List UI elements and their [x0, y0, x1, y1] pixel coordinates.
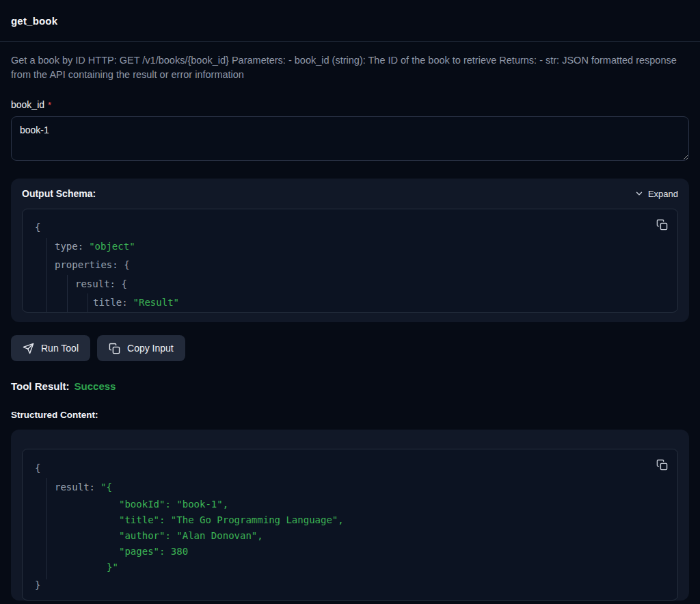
structured-code-block: { result:"{ "bookId": "book-1", "title":…: [22, 449, 678, 601]
indent-guide: [46, 478, 47, 579]
copy-icon: [109, 343, 120, 354]
run-tool-label: Run Tool: [41, 343, 79, 354]
expand-button[interactable]: Expand: [634, 189, 678, 199]
run-tool-button[interactable]: Run Tool: [11, 335, 90, 361]
result-line: }: [35, 575, 665, 594]
tool-description: Get a book by ID HTTP: GET /v1/books/{bo…: [11, 53, 689, 82]
book-id-field-group: book_id* book-1: [11, 99, 689, 161]
result-line: "bookId": "book-1",: [35, 497, 665, 512]
schema-line: {: [35, 218, 665, 237]
result-line: "author": "Alan Donovan",: [35, 528, 665, 544]
tool-result-status: Success: [75, 380, 116, 392]
copy-result-button[interactable]: [655, 458, 669, 474]
field-label: book_id: [11, 99, 44, 110]
output-schema-title: Output Schema:: [22, 188, 96, 199]
result-line: "title": "The Go Programming Language",: [35, 512, 665, 528]
copy-input-button[interactable]: Copy Input: [97, 335, 185, 361]
schema-line: properties: {: [35, 256, 665, 275]
tool-result-line: Tool Result:Success: [11, 380, 689, 392]
action-buttons-row: Run Tool Copy Input: [11, 335, 689, 361]
copy-icon: [656, 219, 668, 231]
result-line: {: [35, 458, 665, 477]
output-schema-card: Output Schema: Expand { type:"object" pr…: [11, 179, 689, 322]
indent-guide: [46, 238, 47, 313]
schema-line: result: {: [35, 275, 665, 294]
schema-code-block: { type:"object" properties: { result: { …: [22, 209, 678, 313]
copy-icon: [656, 459, 668, 471]
field-label-row: book_id*: [11, 99, 689, 110]
expand-label: Expand: [648, 189, 678, 199]
structured-content-label: Structured Content:: [11, 410, 689, 420]
send-icon: [23, 343, 34, 354]
copy-input-label: Copy Input: [127, 343, 174, 354]
structured-content-card: { result:"{ "bookId": "book-1", "title":…: [11, 430, 689, 601]
chevron-down-icon: [634, 189, 644, 198]
panel-header: get_book: [0, 0, 700, 42]
schema-line: type:"object": [35, 237, 665, 257]
indent-guide: [88, 293, 88, 313]
result-line: "pages": 380: [35, 544, 665, 560]
page-title: get_book: [11, 15, 689, 27]
output-schema-header: Output Schema: Expand: [22, 188, 678, 199]
book-id-input[interactable]: book-1: [11, 116, 689, 161]
schema-line: title:"Result": [35, 293, 665, 313]
result-line: result:"{: [35, 477, 665, 497]
tool-inspector-panel: get_book Get a book by ID HTTP: GET /v1/…: [0, 0, 700, 604]
tool-result-label: Tool Result:: [11, 380, 70, 392]
indent-guide: [67, 275, 68, 313]
required-asterisk: *: [48, 100, 51, 110]
copy-schema-button[interactable]: [655, 218, 669, 234]
result-line: }": [35, 560, 665, 575]
